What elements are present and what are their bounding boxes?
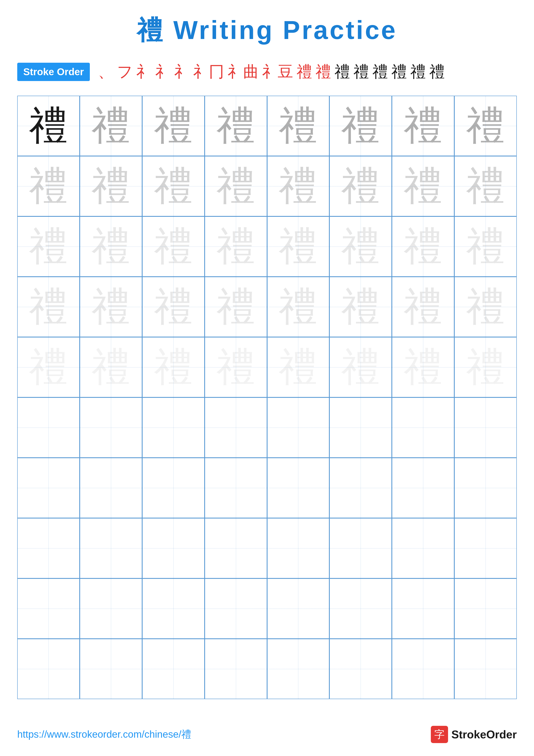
grid-cell-r5c4[interactable]: 禮 <box>205 337 267 397</box>
grid-cell-r9c5[interactable] <box>267 579 330 639</box>
grid-cell-r3c1[interactable]: 禮 <box>17 216 80 277</box>
practice-char: 禮 <box>404 167 443 205</box>
grid-cell-r3c5[interactable]: 禮 <box>267 216 330 277</box>
grid-cell-r5c2[interactable]: 禮 <box>80 337 142 397</box>
grid-cell-r5c8[interactable]: 禮 <box>454 337 517 397</box>
grid-cell-r2c2[interactable]: 禮 <box>80 156 142 216</box>
practice-char: 禮 <box>466 227 505 266</box>
grid-cell-r9c4[interactable] <box>205 579 267 639</box>
grid-cell-r5c7[interactable]: 禮 <box>392 337 454 397</box>
grid-cell-r8c2[interactable] <box>80 518 142 579</box>
grid-cell-r10c5[interactable] <box>267 639 330 699</box>
grid-cell-r4c5[interactable]: 禮 <box>267 277 330 337</box>
grid-cell-r10c7[interactable] <box>392 639 454 699</box>
grid-cell-r7c3[interactable] <box>142 458 205 518</box>
grid-cell-r7c1[interactable] <box>17 458 80 518</box>
grid-cell-r2c3[interactable]: 禮 <box>142 156 205 216</box>
grid-cell-r7c2[interactable] <box>80 458 142 518</box>
grid-cell-r6c7[interactable] <box>392 397 454 458</box>
grid-cell-r3c3[interactable]: 禮 <box>142 216 205 277</box>
practice-char: 禮 <box>91 106 130 145</box>
grid-cell-r7c8[interactable] <box>454 458 517 518</box>
grid-cell-r4c4[interactable]: 禮 <box>205 277 267 337</box>
grid-cell-r4c3[interactable]: 禮 <box>142 277 205 337</box>
grid-cell-r10c1[interactable] <box>17 639 80 699</box>
practice-char: 禮 <box>216 167 255 205</box>
stroke-2: フ <box>117 61 133 83</box>
grid-cell-r6c8[interactable] <box>454 397 517 458</box>
grid-cell-r7c6[interactable] <box>329 458 392 518</box>
grid-cell-r4c8[interactable]: 禮 <box>454 277 517 337</box>
grid-cell-r7c7[interactable] <box>392 458 454 518</box>
grid-cell-r6c3[interactable] <box>142 397 205 458</box>
grid-cell-r10c8[interactable] <box>454 639 517 699</box>
grid-cell-r2c8[interactable]: 禮 <box>454 156 517 216</box>
grid-cell-r9c1[interactable] <box>17 579 80 639</box>
grid-cell-r4c2[interactable]: 禮 <box>80 277 142 337</box>
grid-cell-r2c1[interactable]: 禮 <box>17 156 80 216</box>
grid-cell-r2c6[interactable]: 禮 <box>329 156 392 216</box>
grid-cell-r1c1[interactable]: 禮 <box>17 96 80 156</box>
page-title: 禮 Writing Practice <box>17 13 517 48</box>
grid-cell-r10c3[interactable] <box>142 639 205 699</box>
grid-cell-r7c5[interactable] <box>267 458 330 518</box>
grid-cell-r6c4[interactable] <box>205 397 267 458</box>
grid-cell-r2c5[interactable]: 禮 <box>267 156 330 216</box>
practice-char: 禮 <box>341 227 380 266</box>
grid-cell-r10c4[interactable] <box>205 639 267 699</box>
practice-char: 禮 <box>29 167 68 205</box>
grid-cell-r10c2[interactable] <box>80 639 142 699</box>
grid-cell-r10c6[interactable] <box>329 639 392 699</box>
grid-cell-r1c2[interactable]: 禮 <box>80 96 142 156</box>
grid-cell-r5c1[interactable]: 禮 <box>17 337 80 397</box>
stroke-7: 礻曲 <box>228 61 259 83</box>
logo-icon: 字 <box>431 726 448 743</box>
grid-cell-r4c7[interactable]: 禮 <box>392 277 454 337</box>
practice-char: 禮 <box>216 287 255 326</box>
practice-char: 禮 <box>154 287 193 326</box>
grid-cell-r7c4[interactable] <box>205 458 267 518</box>
stroke-16: 禮 <box>429 61 445 83</box>
practice-char: 禮 <box>341 106 380 145</box>
grid-cell-r6c6[interactable] <box>329 397 392 458</box>
grid-cell-r6c5[interactable] <box>267 397 330 458</box>
grid-cell-r8c5[interactable] <box>267 518 330 579</box>
grid-cell-r1c7[interactable]: 禮 <box>392 96 454 156</box>
grid-cell-r9c7[interactable] <box>392 579 454 639</box>
grid-cell-r8c4[interactable] <box>205 518 267 579</box>
grid-cell-r8c7[interactable] <box>392 518 454 579</box>
grid-cell-r9c3[interactable] <box>142 579 205 639</box>
grid-cell-r9c6[interactable] <box>329 579 392 639</box>
grid-cell-r4c6[interactable]: 禮 <box>329 277 392 337</box>
grid-cell-r2c7[interactable]: 禮 <box>392 156 454 216</box>
practice-char: 禮 <box>154 227 193 266</box>
grid-cell-r9c2[interactable] <box>80 579 142 639</box>
grid-cell-r6c1[interactable] <box>17 397 80 458</box>
stroke-8: 礻豆 <box>262 61 293 83</box>
grid-cell-r5c3[interactable]: 禮 <box>142 337 205 397</box>
grid-cell-r8c3[interactable] <box>142 518 205 579</box>
practice-char: 禮 <box>29 287 68 326</box>
grid-cell-r9c8[interactable] <box>454 579 517 639</box>
grid-cell-r5c5[interactable]: 禮 <box>267 337 330 397</box>
grid-cell-r8c8[interactable] <box>454 518 517 579</box>
grid-cell-r3c6[interactable]: 禮 <box>329 216 392 277</box>
grid-cell-r1c3[interactable]: 禮 <box>142 96 205 156</box>
grid-cell-r1c6[interactable]: 禮 <box>329 96 392 156</box>
grid-cell-r3c8[interactable]: 禮 <box>454 216 517 277</box>
grid-cell-r6c2[interactable] <box>80 397 142 458</box>
grid-cell-r1c5[interactable]: 禮 <box>267 96 330 156</box>
grid-cell-r3c4[interactable]: 禮 <box>205 216 267 277</box>
footer-logo: 字 StrokeOrder <box>431 726 517 743</box>
grid-cell-r2c4[interactable]: 禮 <box>205 156 267 216</box>
grid-cell-r5c6[interactable]: 禮 <box>329 337 392 397</box>
grid-cell-r4c1[interactable]: 禮 <box>17 277 80 337</box>
grid-cell-r1c4[interactable]: 禮 <box>205 96 267 156</box>
practice-char: 禮 <box>154 167 193 205</box>
grid-cell-r1c8[interactable]: 禮 <box>454 96 517 156</box>
grid-cell-r8c6[interactable] <box>329 518 392 579</box>
grid-cell-r3c2[interactable]: 禮 <box>80 216 142 277</box>
practice-char: 禮 <box>279 167 318 205</box>
grid-cell-r8c1[interactable] <box>17 518 80 579</box>
grid-cell-r3c7[interactable]: 禮 <box>392 216 454 277</box>
